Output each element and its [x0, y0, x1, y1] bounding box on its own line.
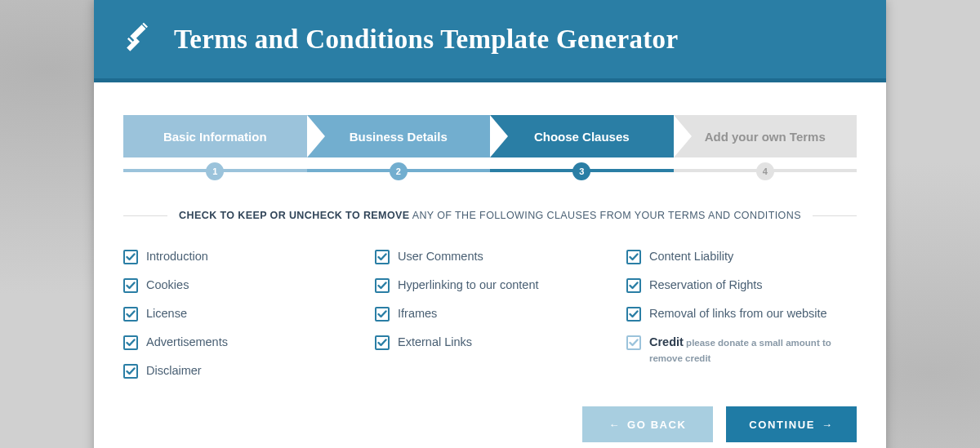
stepper: Basic Information Business Details Choos…	[123, 115, 857, 157]
clause-item[interactable]: Cookies	[123, 277, 354, 293]
generator-card: Terms and Conditions Template Generator …	[94, 0, 886, 448]
body: Basic Information Business Details Choos…	[94, 82, 886, 448]
checkbox-icon[interactable]	[123, 335, 138, 350]
step-label: Business Details	[350, 130, 448, 144]
instruction-text: CHECK TO KEEP OR UNCHECK TO REMOVE ANY O…	[123, 210, 857, 221]
clause-label: Introduction	[146, 249, 208, 264]
clause-item[interactable]: Introduction	[123, 249, 354, 264]
clause-label: Iframes	[398, 306, 437, 322]
checkbox-icon[interactable]	[123, 364, 138, 379]
step-dot: 3	[572, 162, 590, 180]
clause-item[interactable]: License	[123, 306, 354, 322]
checkbox-icon[interactable]	[626, 335, 641, 350]
clause-label: License	[146, 306, 187, 322]
continue-button[interactable]: CONTINUE →	[726, 406, 857, 442]
step-label: Choose Clauses	[534, 130, 630, 144]
clause-item[interactable]: Reservation of Rights	[626, 277, 857, 293]
instruction-strong: CHECK TO KEEP OR UNCHECK TO REMOVE	[179, 210, 409, 221]
clause-label: User Comments	[398, 249, 483, 264]
instruction-rest: ANY OF THE FOLLOWING CLAUSES FROM YOUR T…	[410, 210, 801, 221]
clause-label: Credit please donate a small amount to r…	[649, 335, 857, 366]
clause-item[interactable]: Advertisements	[123, 335, 354, 350]
step-dot: 4	[756, 162, 774, 180]
step-business-details[interactable]: Business Details	[307, 115, 491, 157]
checkbox-icon[interactable]	[375, 307, 390, 322]
step-label: Basic Information	[163, 130, 267, 144]
step-dots: 1 2 3 4	[123, 162, 857, 180]
clause-column: IntroductionCookiesLicenseAdvertisements…	[123, 249, 354, 392]
clause-label: Removal of links from our website	[649, 306, 827, 322]
gavel-icon	[123, 21, 156, 57]
checkbox-icon[interactable]	[123, 250, 138, 264]
clause-note: please donate a small amount to remove c…	[649, 338, 831, 363]
arrow-left-icon: ←	[608, 419, 621, 431]
step-dot: 1	[206, 162, 224, 180]
step-label: Add your own Terms	[705, 130, 826, 144]
clause-item[interactable]: External Links	[375, 335, 605, 350]
clause-item[interactable]: Removal of links from our website	[626, 306, 857, 322]
go-back-button[interactable]: ← GO BACK	[582, 406, 713, 442]
clause-item[interactable]: Hyperlinking to our content	[375, 277, 605, 293]
clause-column: User CommentsHyperlinking to our content…	[375, 249, 605, 392]
checkbox-icon[interactable]	[375, 250, 390, 264]
clause-item[interactable]: Disclaimer	[123, 363, 354, 379]
clause-column: Content LiabilityReservation of RightsRe…	[626, 249, 857, 392]
checkbox-icon[interactable]	[626, 250, 641, 264]
button-label: GO BACK	[627, 419, 687, 431]
page-title: Terms and Conditions Template Generator	[174, 24, 678, 55]
clause-item[interactable]: Iframes	[375, 306, 605, 322]
clause-item[interactable]: User Comments	[375, 249, 605, 264]
button-label: CONTINUE	[749, 419, 815, 431]
step-basic-information[interactable]: Basic Information	[123, 115, 307, 157]
clause-label: Hyperlinking to our content	[398, 277, 539, 293]
clause-label: Advertisements	[146, 335, 228, 350]
actions: ← GO BACK CONTINUE →	[123, 406, 857, 442]
clauses-grid: IntroductionCookiesLicenseAdvertisements…	[123, 249, 857, 392]
checkbox-icon[interactable]	[626, 307, 641, 322]
header: Terms and Conditions Template Generator	[94, 0, 886, 82]
clause-label: External Links	[398, 335, 472, 350]
checkbox-icon[interactable]	[375, 278, 390, 293]
checkbox-icon[interactable]	[123, 307, 138, 322]
step-add-own-terms[interactable]: Add your own Terms	[674, 115, 858, 157]
clause-item[interactable]: Credit please donate a small amount to r…	[626, 335, 857, 366]
clause-label: Cookies	[146, 277, 189, 293]
clause-label: Content Liability	[649, 249, 733, 264]
clause-item[interactable]: Content Liability	[626, 249, 857, 264]
clause-label: Reservation of Rights	[649, 277, 763, 293]
arrow-right-icon: →	[822, 419, 834, 431]
clause-label: Disclaimer	[146, 363, 202, 379]
step-choose-clauses[interactable]: Choose Clauses	[490, 115, 674, 157]
checkbox-icon[interactable]	[626, 278, 641, 293]
step-dot: 2	[390, 162, 408, 180]
checkbox-icon[interactable]	[375, 335, 390, 350]
checkbox-icon[interactable]	[123, 278, 138, 293]
